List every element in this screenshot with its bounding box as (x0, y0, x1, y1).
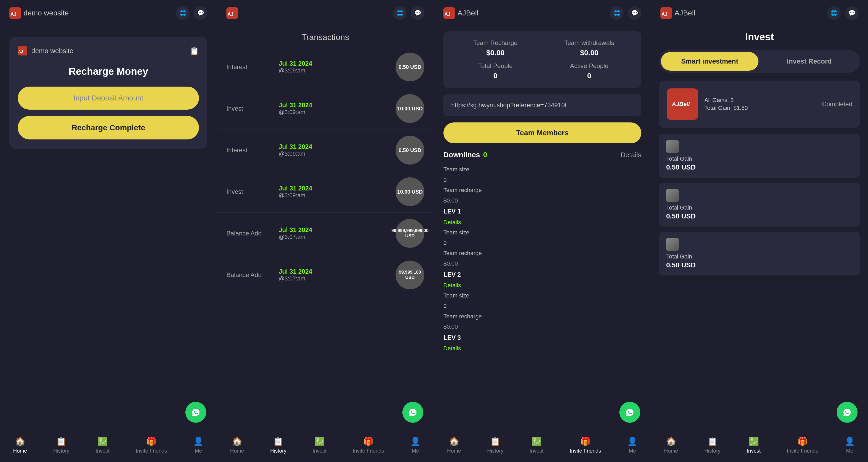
bottom-nav-2: 🏠 Home 📋 History 💹 Invest 🎁 Invite Frien… (217, 428, 434, 462)
globe-button-3[interactable]: 🌐 (610, 6, 624, 20)
nav-invite-label-3: Invite Friends (570, 448, 601, 454)
tab-smart-investment[interactable]: Smart investment (661, 52, 758, 70)
nav-me-4[interactable]: 👤 Me (844, 436, 855, 454)
active-people-value: 0 (545, 72, 634, 80)
ajbell-logo-icon: AJ (9, 7, 21, 19)
svg-text:AJ: AJ (10, 11, 17, 17)
nav-history-2[interactable]: 📋 History (270, 436, 286, 454)
logo-transactions: AJ (226, 7, 241, 19)
lev-header-1: LEV 2 (443, 269, 641, 280)
nav-invite-1[interactable]: 🎁 Invite Friends (136, 436, 167, 454)
whatsapp-fab-3[interactable] (619, 402, 640, 423)
recharge-card-header: AJ demo website 📋 (18, 46, 199, 55)
recharge-card: AJ demo website 📋 Recharge Money Input D… (9, 37, 207, 149)
nav-history-4[interactable]: 📋 History (704, 436, 720, 454)
chat-button-4[interactable]: 💬 (845, 6, 859, 20)
details-link-1[interactable]: Details (443, 280, 641, 291)
details-link-2[interactable]: Details (443, 343, 641, 354)
team-size-label-0: Team size (443, 164, 641, 175)
team-content: Team Recharge $0.00 Team withdrawals $0.… (434, 26, 651, 462)
whatsapp-icon-2 (407, 407, 418, 418)
nav-invite-2[interactable]: 🎁 Invite Friends (353, 436, 384, 454)
transactions-content: Transactions Interest Jul 31 2024 @3:09:… (217, 26, 434, 462)
svg-text:AJ: AJ (661, 11, 668, 17)
tx-date-time-5: Jul 31 2024 @3:07:am (279, 268, 390, 282)
nav-history-label-1: History (53, 448, 69, 454)
team-size-label-1: Team size (443, 227, 641, 238)
team-size-value-2: 0 (443, 301, 641, 311)
tx-date-time-1: Jul 31 2024 @3:09:am (279, 102, 390, 116)
nav-invest-3[interactable]: 💹 Invest (530, 436, 544, 454)
team-recharge-label-2: Team recharge (443, 311, 641, 322)
invest-record-thumb-1 (666, 189, 679, 202)
total-gain-text: Total Gain: (704, 105, 733, 111)
globe-button-2[interactable]: 🌐 (393, 6, 407, 20)
tx-date-time-0: Jul 31 2024 @3:09:am (279, 60, 390, 74)
table-row: Invest Jul 31 2024 @3:09:am 10.00 USD (217, 171, 434, 213)
header-invest: AJ AJBell 🌐 💬 (651, 0, 868, 26)
tx-amount-1: 10.00 USD (396, 94, 424, 123)
team-recharge-value: $0.00 (451, 49, 539, 57)
nav-me-2[interactable]: 👤 Me (410, 436, 421, 454)
nav-home-1[interactable]: 🏠 Home (13, 436, 27, 454)
svg-text:AJ: AJ (227, 11, 234, 17)
globe-button-4[interactable]: 🌐 (827, 6, 841, 20)
whatsapp-fab-1[interactable] (185, 402, 206, 423)
nav-me-1[interactable]: 👤 Me (193, 436, 204, 454)
tx-date-time-4: Jul 31 2024 @3:07:am (279, 226, 390, 240)
svg-text:AJ: AJ (18, 50, 23, 54)
svg-text:AJ: AJ (444, 11, 451, 17)
details-link-0[interactable]: Details (443, 217, 641, 228)
total-gain-label: Total Gain: $1.50 (704, 105, 816, 111)
invest-record-label-1: Total Gain (666, 204, 853, 211)
globe-button-1[interactable]: 🌐 (176, 6, 190, 20)
nav-home-label-2: Home (230, 448, 244, 454)
chat-button-1[interactable]: 💬 (194, 6, 207, 20)
nav-invite-3[interactable]: 🎁 Invite Friends (570, 436, 601, 454)
invest-record-item-1: Total Gain 0.50 USD (659, 183, 860, 227)
nav-history-3[interactable]: 📋 History (487, 436, 503, 454)
nav-invest-2[interactable]: 💹 Invest (313, 436, 327, 454)
table-row: Interest Jul 31 2024 @3:09:am 0.50 USD (217, 129, 434, 171)
chat-button-3[interactable]: 💬 (628, 6, 641, 20)
history-icon-3: 📋 (490, 436, 500, 446)
nav-invest-1[interactable]: 💹 Invest (96, 436, 110, 454)
downlines-header: Downlines 0 Details (443, 151, 641, 159)
nav-invite-4[interactable]: 🎁 Invite Friends (787, 436, 818, 454)
nav-invest-label-4: Invest (747, 448, 761, 454)
nav-home-3[interactable]: 🏠 Home (447, 436, 461, 454)
header-actions-1: 🌐 💬 (176, 6, 207, 20)
team-members-button[interactable]: Team Members (443, 122, 641, 143)
header-site-title-3: AJBell (458, 9, 478, 17)
invite-icon-1: 🎁 (146, 436, 157, 446)
nav-home-label-1: Home (13, 448, 27, 454)
team-withdrawals-stat: Team withdrawals $0.00 (545, 39, 634, 57)
recharge-complete-button[interactable]: Recharge Complete (18, 116, 199, 139)
nav-me-3[interactable]: 👤 Me (627, 436, 638, 454)
tab-invest-record[interactable]: Invest Record (761, 52, 858, 70)
nav-history-1[interactable]: 📋 History (53, 436, 69, 454)
logo-invest: AJ AJBell (660, 7, 695, 19)
team-recharge-value-2: $0.00 (443, 321, 641, 332)
nav-invest-label-1: Invest (96, 448, 110, 454)
whatsapp-fab-2[interactable] (402, 402, 423, 423)
nav-invite-label-1: Invite Friends (136, 448, 167, 454)
home-icon-3: 🏠 (449, 436, 459, 446)
header-actions-4: 🌐 💬 (827, 6, 859, 20)
nav-me-label-3: Me (629, 448, 636, 454)
panel-team: AJ AJBell 🌐 💬 Team Recharge $0.00 Team w… (434, 0, 651, 462)
tx-time-4: @3:07:am (279, 234, 390, 240)
nav-home-2[interactable]: 🏠 Home (230, 436, 244, 454)
tx-date-time-2: Jul 31 2024 @3:09:am (279, 143, 390, 157)
whatsapp-fab-4[interactable] (837, 402, 858, 423)
referral-link-box: https://xg.hwym.shop?reference=734910f (443, 94, 641, 116)
nav-home-4[interactable]: 🏠 Home (664, 436, 678, 454)
header-team: AJ AJBell 🌐 💬 (434, 0, 651, 26)
input-deposit-button[interactable]: Input Deposit Amount (18, 87, 199, 110)
nav-invest-4[interactable]: 💹 Invest (747, 436, 761, 454)
team-recharge-value-0: $0.00 (443, 195, 641, 206)
tx-time-1: @3:09:am (279, 109, 390, 116)
tx-label-5: Balance Add (226, 271, 274, 279)
team-recharge-stat: Team Recharge $0.00 (451, 39, 540, 57)
chat-button-2[interactable]: 💬 (411, 6, 424, 20)
